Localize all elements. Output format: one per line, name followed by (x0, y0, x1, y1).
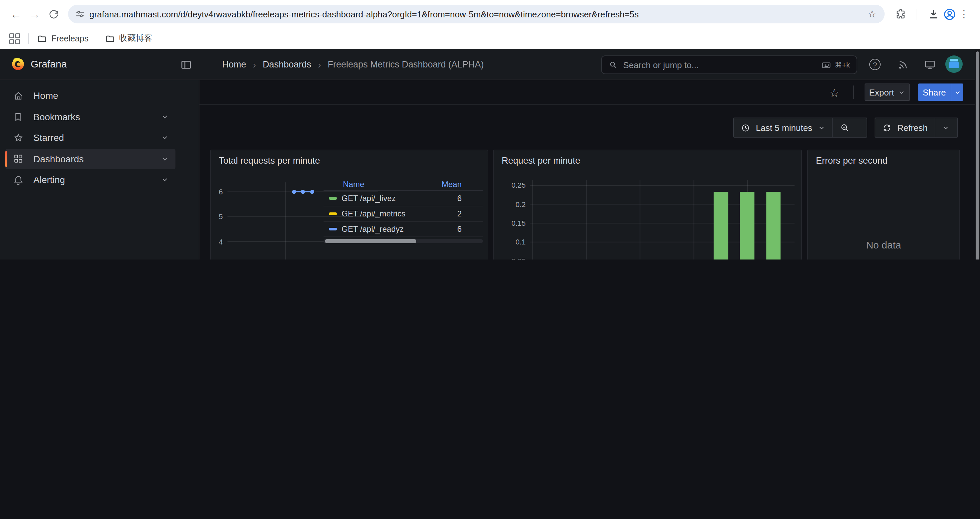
forward-icon: → (29, 8, 40, 20)
search-icon (608, 60, 618, 69)
keyboard-icon (821, 60, 831, 70)
sidebar-item-home[interactable]: Home (5, 86, 175, 105)
series-name[interactable]: GET /api/_readyz (342, 224, 404, 234)
series-mean: 6 (435, 224, 483, 234)
back-button[interactable]: ← (7, 5, 25, 23)
folder-icon (104, 33, 115, 44)
sidebar-item-bookmarks[interactable]: Bookmarks (5, 107, 175, 126)
panel-total-requests-per-minute: Total requests per minute Name Mean GET … (210, 150, 488, 260)
profile-button[interactable] (941, 6, 957, 22)
grafana-brand[interactable]: Grafana (31, 58, 67, 69)
bookmark-folder-freeleaps[interactable]: Freeleaps (37, 33, 88, 44)
favorite-dashboard-button[interactable]: ☆ (829, 86, 840, 100)
chevron-down-icon (161, 155, 169, 163)
chevron-down-icon (818, 124, 825, 131)
no-data-message: No data (808, 239, 959, 251)
bookmark-folder-blogs[interactable]: 收藏博客 (104, 33, 153, 44)
legend-row: GET /api/_readyz 6 (323, 222, 483, 237)
sidebar-item-label: Dashboards (33, 153, 151, 164)
y-axis-tick-label: 0.15 (511, 219, 526, 228)
site-settings-icon[interactable] (75, 9, 85, 19)
legend-header-mean[interactable]: Mean (435, 180, 483, 189)
breadcrumb: Home › Dashboards › Freeleaps Metrics Da… (222, 49, 484, 80)
series-swatch[interactable] (329, 197, 337, 200)
profile-icon (942, 7, 956, 21)
sidebar-item-starred[interactable]: Starred (5, 128, 175, 148)
sidebar-item-alerting[interactable]: Alerting (5, 170, 175, 190)
chevron-down-icon (898, 88, 905, 96)
y-axis-tick-label: 0.05 (511, 256, 526, 260)
screen: ← → ☆ ⋮ Freeleaps 收藏博客 (0, 0, 980, 260)
url-bar[interactable]: ☆ (68, 5, 885, 23)
y-axis-tick-label: 6 (219, 187, 223, 196)
y-axis-tick-label: 0.1 (515, 238, 526, 247)
time-range-picker[interactable]: Last 5 minutes (734, 118, 832, 137)
refresh-button[interactable]: Refresh (875, 118, 934, 137)
download-icon (927, 8, 940, 21)
forward-button[interactable]: → (25, 5, 44, 23)
apps-grid-icon[interactable] (10, 33, 20, 44)
browser-menu-button[interactable]: ⋮ (957, 8, 970, 20)
export-button[interactable]: Export (865, 83, 910, 101)
time-range-controls: Last 5 minutes (733, 118, 867, 137)
chevron-down-icon (161, 176, 169, 184)
extensions-button[interactable] (892, 6, 908, 22)
zoom-out-button[interactable] (832, 118, 856, 137)
series-name[interactable]: GET /api/_livez (342, 194, 396, 203)
reload-button[interactable] (44, 5, 63, 23)
series-swatch[interactable] (329, 228, 337, 230)
downloads-button[interactable] (925, 6, 941, 22)
toolbar-divider (916, 8, 917, 20)
refresh-interval-button[interactable] (934, 118, 956, 137)
chevron-down-icon (954, 88, 961, 96)
reload-icon (48, 8, 59, 20)
share-button[interactable]: Share (918, 83, 963, 101)
legend-row: GET /api/_metrics 2 (323, 206, 483, 222)
avatar-pixel-art (950, 59, 958, 61)
legend-row: GET /api/_livez 6 (323, 191, 483, 206)
chevron-down-icon (942, 124, 949, 131)
series-mean: 6 (435, 194, 483, 203)
folder-icon (37, 33, 48, 44)
search-input[interactable]: Search or jump to... ⌘+k (601, 56, 857, 74)
scrollbar-thumb[interactable] (976, 51, 979, 260)
url-input[interactable] (85, 9, 868, 19)
breadcrumb-home[interactable]: Home (222, 59, 246, 69)
breadcrumb-dashboards[interactable]: Dashboards (262, 59, 311, 69)
sidebar-toggle-button[interactable] (180, 59, 192, 71)
help-button[interactable]: ? (869, 59, 881, 70)
bookmarks-divider (28, 33, 29, 44)
news-button[interactable] (897, 59, 908, 70)
grafana-app: Grafana Home › Dashboards › Freeleaps Me… (0, 49, 980, 260)
display-button[interactable] (924, 59, 936, 71)
grafana-logo[interactable] (11, 57, 25, 72)
refresh-controls: Refresh (875, 118, 958, 137)
panel-title[interactable]: Total requests per minute (219, 156, 320, 166)
bookmark-label: Freeleaps (51, 34, 88, 43)
chart-request-per-minute[interactable] (530, 180, 795, 260)
monitor-icon (924, 59, 936, 71)
y-axis-tick-label: 0.2 (515, 200, 526, 209)
chevron-down-icon (161, 113, 169, 121)
legend-header-name[interactable]: Name (323, 180, 435, 189)
series-mean: 2 (435, 209, 483, 219)
legend-scrollbar[interactable] (323, 239, 483, 243)
series-swatch[interactable] (329, 212, 337, 215)
grafana-header: Grafana Home › Dashboards › Freeleaps Me… (0, 49, 980, 80)
help-icon: ? (873, 61, 877, 69)
sidebar-item-label: Starred (33, 132, 151, 143)
panel-title[interactable]: Errors per second (816, 156, 888, 166)
rss-icon (897, 59, 908, 70)
user-avatar[interactable] (945, 56, 963, 73)
series-name[interactable]: GET /api/_metrics (342, 209, 406, 219)
panel-title[interactable]: Request per minute (502, 156, 581, 166)
y-axis-tick-label: 4 (219, 237, 223, 246)
legend-table: Name Mean GET /api/_livez 6 GET /api/_me… (323, 178, 483, 243)
share-menu-button[interactable] (951, 83, 963, 101)
breadcrumb-current: Freeleaps Metrics Dashboard (ALPHA) (328, 59, 484, 69)
sidebar-item-dashboards[interactable]: Dashboards (5, 149, 175, 169)
panel-toggle-icon (180, 59, 192, 71)
page-vertical-scrollbar[interactable] (975, 49, 980, 260)
bell-icon (12, 174, 24, 185)
bookmark-star-icon[interactable]: ☆ (868, 8, 878, 20)
